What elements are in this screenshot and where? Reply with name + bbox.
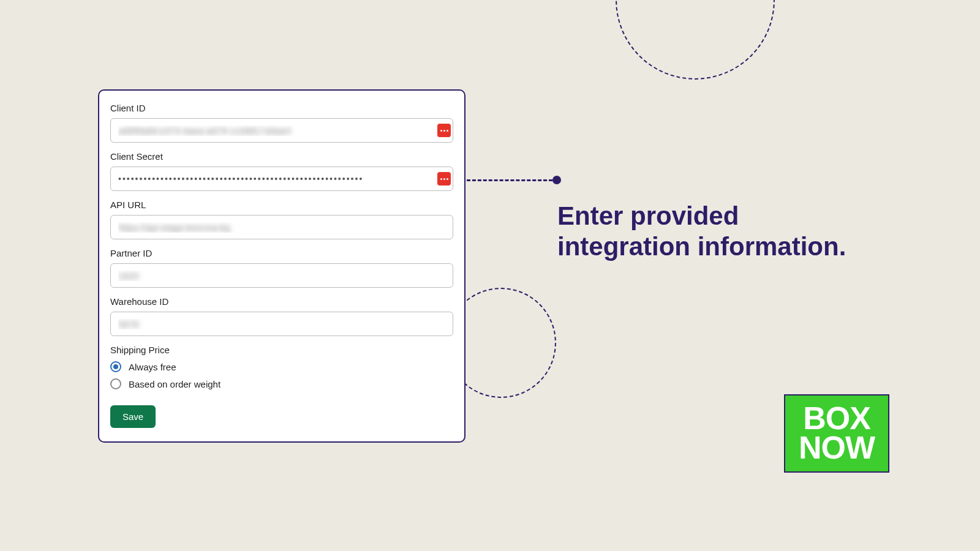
password-manager-icon[interactable] — [437, 172, 451, 186]
connector-dot — [552, 176, 561, 184]
radio-always-free[interactable]: Always free — [110, 361, 453, 372]
warehouse-id-input[interactable] — [110, 312, 453, 336]
instruction-line2: integration information. — [557, 231, 846, 262]
connector-line — [467, 179, 552, 181]
warehouse-id-label: Warehouse ID — [110, 296, 453, 307]
partner-id-label: Partner ID — [110, 248, 453, 258]
boxnow-logo: BOX NOW — [784, 394, 889, 473]
partner-id-input[interactable] — [110, 263, 453, 288]
logo-line2: NOW — [799, 433, 875, 463]
shipping-price-group: Shipping Price Always free Based on orde… — [110, 345, 453, 389]
warehouse-id-group: Warehouse ID — [110, 296, 453, 336]
client-id-group: Client ID — [110, 103, 453, 143]
save-button[interactable]: Save — [110, 405, 156, 428]
instruction-line1: Enter provided — [557, 201, 846, 231]
partner-id-group: Partner ID — [110, 248, 453, 288]
logo-line1: BOX — [803, 404, 870, 433]
client-secret-input[interactable] — [110, 167, 453, 191]
radio-icon — [110, 361, 121, 372]
shipping-price-label: Shipping Price — [110, 345, 453, 355]
client-id-label: Client ID — [110, 103, 453, 113]
client-id-input[interactable] — [110, 118, 453, 143]
api-url-group: API URL — [110, 200, 453, 239]
api-url-label: API URL — [110, 200, 453, 210]
api-url-input[interactable] — [110, 215, 453, 239]
integration-form-panel: Client ID Client Secret API URL Partner … — [98, 89, 466, 443]
instruction-text: Enter provided integration information. — [557, 201, 846, 263]
password-manager-icon[interactable] — [437, 124, 451, 137]
radio-always-free-label: Always free — [129, 362, 176, 372]
radio-based-on-weight[interactable]: Based on order weight — [110, 378, 453, 389]
decorative-circle-top — [616, 0, 775, 80]
client-secret-group: Client Secret — [110, 151, 453, 191]
client-secret-label: Client Secret — [110, 151, 453, 162]
radio-based-on-weight-label: Based on order weight — [129, 379, 221, 389]
radio-icon — [110, 378, 121, 389]
